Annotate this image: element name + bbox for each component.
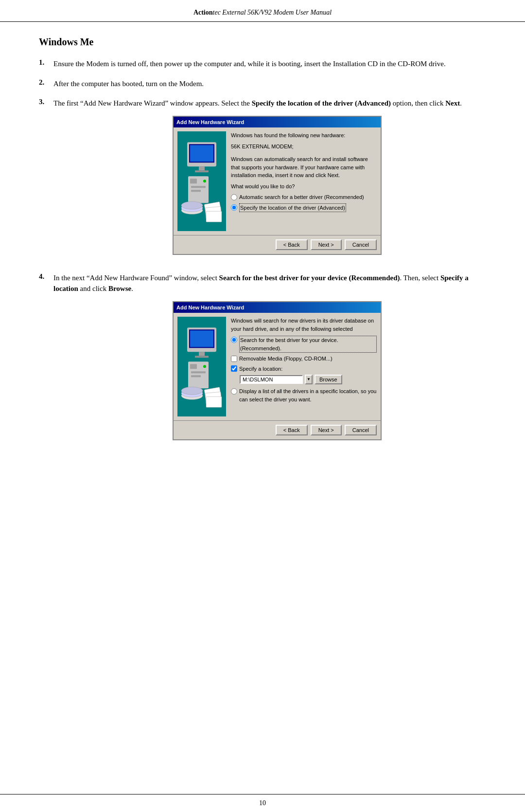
svg-rect-7 (190, 179, 197, 183)
steps-list: 1. Ensure the Modem is turned off, then … (39, 58, 486, 449)
dialog1-footer: < Back Next > Cancel (174, 235, 381, 254)
dialog2-removable-row[interactable]: Removable Media (Floppy, CD-ROM...) (231, 355, 377, 363)
svg-rect-25 (191, 371, 206, 373)
dialog2-cancel-button[interactable]: Cancel (345, 425, 377, 435)
dialog2: Add New Hardware Wizard (173, 301, 382, 440)
step-4-number: 4. (39, 272, 53, 281)
svg-rect-9 (191, 190, 201, 192)
page-number: 10 (259, 799, 266, 807)
dialog2-search-label: Search for the best driver for your devi… (239, 336, 377, 353)
dialog2-browse-button[interactable]: Browse (315, 375, 342, 384)
step-3-number: 3. (39, 98, 53, 106)
dialog1-option1-label: Automatic search for a better driver (Re… (239, 193, 364, 201)
svg-point-13 (181, 201, 203, 209)
dialog1-radio-option2[interactable] (231, 204, 237, 211)
header-title: Actiontec External 56K/V92 Modem User Ma… (193, 9, 332, 16)
computer-illustration-svg (177, 131, 226, 231)
dialog2-image (177, 317, 226, 416)
dialog1-next-button[interactable]: Next > (311, 239, 342, 250)
dialog1-body: Windows has found the following new hard… (174, 127, 381, 235)
dialog2-description: Windows will search for new drivers in i… (231, 317, 377, 333)
step-4-content: In the next “Add New Hardware Found” win… (53, 272, 486, 449)
dialog1-title: Add New Hardware Wizard (176, 118, 244, 126)
dialog1-description: Windows can automatically search for and… (231, 155, 377, 180)
dialog1-option2-label: Specify the location of the driver (Adva… (239, 203, 346, 213)
svg-rect-16 (206, 211, 222, 222)
dialog2-display-row[interactable]: Display a list of all the drivers in a s… (231, 387, 377, 403)
dialog2-specify-label: Specify a location: (239, 365, 282, 373)
svg-rect-5 (195, 170, 209, 172)
step-2-content: After the computer has booted, turn on t… (53, 78, 486, 90)
dialog1-back-button[interactable]: < Back (276, 239, 308, 250)
dialog2-location-row: ▼ Browse (240, 375, 377, 384)
svg-rect-24 (190, 364, 197, 369)
svg-rect-3 (190, 145, 213, 162)
step-1-text: Ensure the Modem is turned off, then pow… (53, 58, 486, 70)
section-title: Windows Me (39, 36, 486, 48)
dialog2-specify-checkbox[interactable] (231, 365, 237, 372)
svg-rect-33 (206, 397, 222, 407)
dialog2-wrapper: Add New Hardware Wizard (68, 301, 486, 440)
dialog1-image (177, 131, 226, 231)
step-1-content: Ensure the Modem is turned off, then pow… (53, 58, 486, 70)
dialog1-option1-row[interactable]: Automatic search for a better driver (Re… (231, 193, 377, 201)
svg-rect-22 (195, 356, 209, 358)
step-4-text: In the next “Add New Hardware Found” win… (53, 272, 486, 294)
page-header: Actiontec External 56K/V92 Modem User Ma… (0, 0, 525, 22)
dialog1-wrapper: Add New Hardware Wizard (68, 116, 486, 255)
dialog1-question: What would you like to do? (231, 182, 377, 191)
page-footer: 10 (0, 794, 525, 812)
step-2: 2. After the computer has booted, turn o… (39, 78, 486, 90)
dialog2-specify-row[interactable]: Specify a location: (231, 365, 377, 373)
dialog1-option2-row[interactable]: Specify the location of the driver (Adva… (231, 203, 377, 213)
dialog2-body: Windows will search for new drivers in i… (174, 313, 381, 420)
dialog1: Add New Hardware Wizard (173, 116, 382, 255)
svg-rect-26 (191, 375, 201, 377)
step-2-text: After the computer has booted, turn on t… (53, 78, 486, 90)
dropdown-arrow-icon[interactable]: ▼ (305, 375, 313, 384)
svg-point-27 (203, 365, 206, 368)
svg-rect-20 (190, 330, 213, 347)
dialog2-radio-display[interactable] (231, 388, 237, 395)
svg-rect-4 (199, 166, 205, 170)
step-3-content: The first “Add New Hardware Wizard” wind… (53, 98, 486, 264)
dialog1-cancel-button[interactable]: Cancel (345, 239, 377, 250)
dialog2-radio-search[interactable] (231, 337, 237, 343)
svg-point-10 (203, 180, 206, 182)
svg-rect-8 (191, 186, 206, 188)
dialog2-removable-label: Removable Media (Floppy, CD-ROM...) (239, 355, 332, 363)
dialog2-title: Add New Hardware Wizard (176, 304, 244, 312)
svg-point-30 (181, 387, 203, 395)
dialog2-next-button[interactable]: Next > (311, 425, 342, 435)
dialog1-hardware: 56K EXTERNAL MODEM; (231, 143, 377, 151)
dialog2-footer: < Back Next > Cancel (174, 420, 381, 439)
dialog1-text: Windows has found the following new hard… (231, 131, 377, 231)
step-3-text: The first “Add New Hardware Wizard” wind… (53, 98, 486, 109)
dialog2-option-search-row[interactable]: Search for the best driver for your devi… (231, 336, 377, 353)
dialog2-display-label: Display a list of all the drivers in a s… (239, 387, 377, 403)
page-container: Actiontec External 56K/V92 Modem User Ma… (0, 0, 525, 812)
step-2-number: 2. (39, 78, 53, 87)
svg-rect-21 (199, 352, 205, 356)
step-1-number: 1. (39, 58, 53, 67)
dialog1-titlebar: Add New Hardware Wizard (174, 117, 381, 128)
step-4: 4. In the next “Add New Hardware Found” … (39, 272, 486, 449)
computer-illustration2-svg (177, 317, 226, 416)
step-1: 1. Ensure the Modem is turned off, then … (39, 58, 486, 70)
dialog1-line1: Windows has found the following new hard… (231, 131, 377, 140)
page-content: Windows Me 1. Ensure the Modem is turned… (0, 22, 525, 794)
dialog2-location-input[interactable] (240, 375, 303, 384)
dialog2-removable-checkbox[interactable] (231, 356, 237, 362)
dialog1-radio-option1[interactable] (231, 194, 237, 200)
dialog2-back-button[interactable]: < Back (276, 425, 308, 435)
dialog2-titlebar: Add New Hardware Wizard (174, 302, 381, 313)
step-3: 3. The first “Add New Hardware Wizard” w… (39, 98, 486, 264)
dialog2-text: Windows will search for new drivers in i… (231, 317, 377, 416)
